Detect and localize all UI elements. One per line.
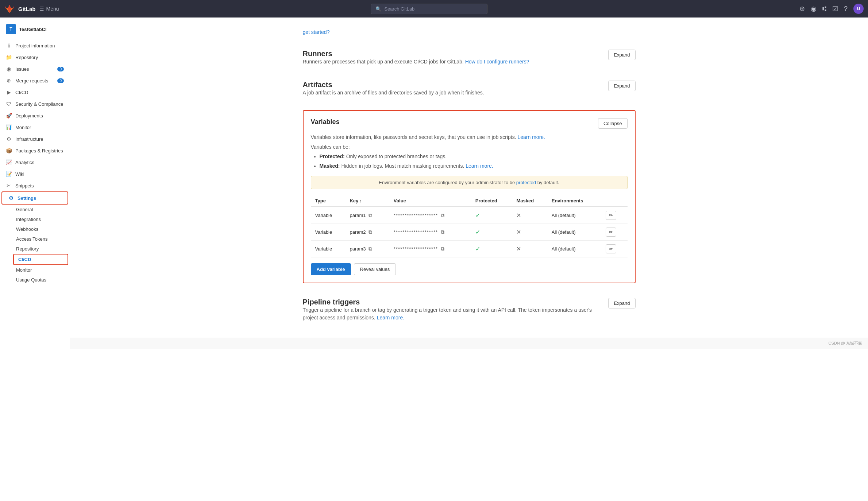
runners-section: Runners Runners are processes that pick … (303, 42, 636, 73)
edit-variable-button-0[interactable]: ✏ (606, 211, 616, 220)
artifacts-header-row: Artifacts A job artifact is an archive o… (303, 81, 636, 97)
table-row: Variable param2 ⧉ ******************** ⧉… (311, 224, 628, 240)
row-key-1: param2 ⧉ (345, 224, 389, 240)
nav-left: GitLab ☰ Menu (4, 4, 59, 14)
project-header[interactable]: T TestGitlabCI (0, 20, 70, 38)
project-avatar: T (6, 24, 16, 34)
reveal-values-button[interactable]: Reveal values (354, 263, 396, 275)
app-body: T TestGitlabCI ℹ Project information 📁 R… (0, 18, 868, 501)
copy-value-button-1[interactable]: ⧉ (439, 228, 446, 236)
sidebar-item-project-info[interactable]: ℹ Project information (0, 40, 70, 51)
runners-title: Runners (303, 50, 529, 58)
todos-button[interactable]: ☑ (832, 5, 838, 13)
search-placeholder: Search GitLab (384, 6, 414, 12)
variables-description: Variables store information, like passwo… (311, 133, 628, 141)
sidebar-item-usage-quotas[interactable]: Usage Quotas (12, 275, 70, 285)
sidebar-label-cicd: CI/CD (15, 90, 28, 95)
row-edit-2: ✏ (601, 240, 627, 257)
sidebar-item-general[interactable]: General (12, 205, 70, 214)
sidebar-item-access-tokens[interactable]: Access Tokens (12, 234, 70, 244)
sidebar-item-monitor[interactable]: 📊 Monitor (0, 121, 70, 133)
variables-table-head: Type Key Value Protected Masked Environm… (311, 195, 628, 207)
sidebar-item-deployments[interactable]: 🚀 Deployments (0, 110, 70, 121)
edit-variable-button-2[interactable]: ✏ (606, 244, 616, 253)
sidebar-item-settings[interactable]: ⚙ Settings (1, 191, 68, 205)
sidebar-item-wiki[interactable]: 📝 Wiki (0, 168, 70, 180)
env-protected-link[interactable]: protected (516, 180, 536, 185)
sidebar-label-snippets: Snippets (15, 183, 34, 189)
todo-icon: ☑ (832, 5, 838, 12)
sidebar-item-snippets[interactable]: ✂ Snippets (0, 180, 70, 191)
masked-label: Masked: (320, 163, 340, 169)
masked-value-2: ******************** (394, 246, 438, 252)
get-started-link[interactable]: get started? (303, 29, 330, 35)
masked-learn-more-link[interactable]: Learn more. (466, 163, 493, 169)
protected-bullet: Protected: Only exposed to protected bra… (320, 152, 628, 161)
sidebar-label-usage-quotas: Usage Quotas (16, 277, 46, 283)
sidebar-label-monitor-sub: Monitor (16, 267, 32, 273)
sidebar-item-issues[interactable]: ◉ Issues 0 (0, 63, 70, 75)
copy-value-button-0[interactable]: ⧉ (439, 211, 446, 219)
row-masked-0: ✕ (512, 207, 547, 224)
menu-button[interactable]: ☰ Menu (39, 6, 59, 12)
help-button[interactable]: ? (844, 5, 848, 13)
search-bar[interactable]: 🔍 Search GitLab (371, 4, 487, 14)
env-notice-text: Environment variables are configured by … (379, 180, 515, 185)
runners-link[interactable]: How do I configure runners? (465, 59, 529, 65)
copy-value-button-2[interactable]: ⧉ (439, 245, 446, 253)
main-content: get started? Runners Runners are process… (70, 18, 868, 501)
sidebar-item-integrations[interactable]: Integrations (12, 214, 70, 224)
sidebar-item-analytics[interactable]: 📈 Analytics (0, 156, 70, 168)
edit-variable-button-1[interactable]: ✏ (606, 228, 616, 237)
sidebar-label-settings: Settings (18, 195, 36, 201)
merge-requests-nav-button[interactable]: ⑆ (822, 5, 826, 13)
col-environments: Environments (547, 195, 602, 207)
sidebar-label-project-info: Project information (15, 43, 55, 48)
sidebar-item-cicd-sub[interactable]: CI/CD (13, 254, 68, 265)
add-variable-button[interactable]: Add variable (311, 263, 351, 275)
sidebar-item-merge-requests[interactable]: ⊕ Merge requests 0 (0, 75, 70, 86)
col-masked: Masked (512, 195, 547, 207)
pipeline-learn-more-link[interactable]: Learn more. (377, 315, 404, 321)
project-name: TestGitlabCI (19, 27, 47, 32)
sidebar-label-cicd-sub: CI/CD (18, 257, 31, 262)
col-key[interactable]: Key (345, 195, 389, 207)
sidebar-item-cicd[interactable]: ▶ CI/CD (0, 86, 70, 98)
sidebar-item-repository[interactable]: 📁 Repository (0, 51, 70, 63)
sidebar-label-integrations: Integrations (16, 217, 41, 222)
pipeline-expand-button[interactable]: Expand (608, 298, 635, 308)
analytics-icon: 📈 (6, 159, 12, 165)
wiki-icon: 📝 (6, 171, 12, 177)
issues-button[interactable]: ◉ (811, 5, 817, 13)
sidebar-item-monitor-sub[interactable]: Monitor (12, 265, 70, 275)
sidebar-item-repository-sub[interactable]: Repository (12, 244, 70, 254)
sidebar-item-infrastructure[interactable]: ⚙ Infrastructure (0, 133, 70, 145)
variables-learn-more-link[interactable]: Learn more. (518, 134, 545, 140)
masked-x-1: ✕ (516, 229, 521, 235)
new-item-button[interactable]: ⊕ (799, 5, 805, 13)
nav-right: ⊕ ◉ ⑆ ☑ ? U (799, 4, 864, 14)
avatar[interactable]: U (853, 4, 864, 14)
variables-can-be: Variables can be: (311, 144, 628, 150)
sidebar-item-security[interactable]: 🛡 Security & Compliance (0, 98, 70, 110)
sidebar: T TestGitlabCI ℹ Project information 📁 R… (0, 18, 70, 501)
copy-key-button-0[interactable]: ⧉ (367, 211, 374, 219)
settings-icon: ⚙ (8, 195, 14, 201)
copy-key-button-2[interactable]: ⧉ (367, 245, 374, 253)
protected-check-0: ✓ (475, 212, 480, 218)
artifacts-expand-button[interactable]: Expand (608, 81, 635, 91)
copy-key-button-1[interactable]: ⧉ (367, 228, 374, 236)
sidebar-item-packages[interactable]: 📦 Packages & Registries (0, 145, 70, 156)
content-area: get started? Runners Runners are process… (294, 18, 644, 338)
masked-desc: Hidden in job logs. Must match masking r… (341, 163, 464, 169)
artifacts-description: A job artifact is an archive of files an… (303, 89, 484, 97)
col-value: Value (389, 195, 471, 207)
security-icon: 🛡 (6, 101, 12, 107)
variables-collapse-button[interactable]: Collapse (598, 118, 628, 129)
gitlab-logo-icon[interactable] (4, 4, 15, 14)
runners-expand-button[interactable]: Expand (608, 50, 635, 60)
row-type-0: Variable (311, 207, 346, 224)
col-protected: Protected (471, 195, 512, 207)
sidebar-item-webhooks[interactable]: Webhooks (12, 224, 70, 234)
runners-description: Runners are processes that pick up and e… (303, 58, 529, 66)
